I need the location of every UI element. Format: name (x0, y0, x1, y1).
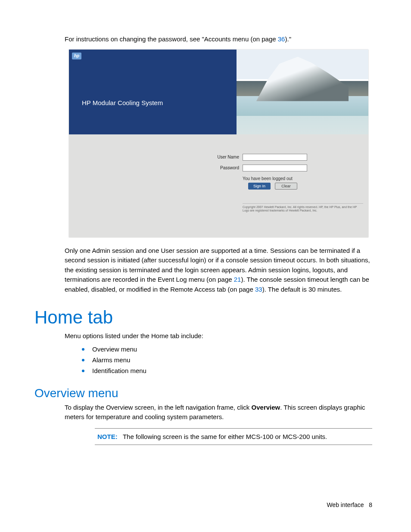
list-item: Alarms menu (82, 356, 372, 364)
username-input[interactable] (243, 154, 307, 161)
page-ref-33[interactable]: 33 (255, 286, 262, 293)
button-row: Sign In Clear (248, 183, 297, 190)
para-t3: ). The default is 30 minutes. (262, 286, 342, 293)
page-footer: Web interface 8 (327, 501, 372, 508)
note-text: The following screen is the same for eit… (123, 433, 327, 440)
product-title: HP Modular Cooling System (82, 99, 163, 106)
hero-left-panel: hp HP Modular Cooling System (69, 50, 237, 134)
home-intro: Menu options listed under the Home tab i… (65, 331, 372, 341)
page-ref-36[interactable]: 36 (278, 35, 285, 43)
copyright-text: Copyright 2007 Hewlett Packard, Inc. All… (243, 203, 363, 213)
overview-p1a: To display the Overview screen, in the l… (65, 404, 252, 411)
password-input[interactable] (243, 165, 307, 171)
hero-image (237, 50, 368, 134)
hero-banner: hp HP Modular Cooling System (69, 50, 368, 134)
password-row: Password (211, 165, 307, 171)
page-ref-21[interactable]: 21 (234, 276, 241, 283)
username-row: User Name (211, 154, 307, 161)
hp-logo-icon: hp (72, 53, 81, 59)
footer-label: Web interface (327, 501, 364, 508)
login-screenshot: hp HP Modular Cooling System User Name P… (69, 50, 368, 237)
footer-page: 8 (369, 501, 372, 508)
logout-status-message: You have been logged out (243, 176, 293, 181)
intro-paragraph: For instructions on changing the passwor… (65, 34, 372, 44)
mountain-graphic (256, 54, 349, 101)
overview-bold: Overview (252, 404, 280, 411)
intro-prefix: For instructions on changing the passwor… (65, 35, 278, 43)
username-label: User Name (211, 155, 239, 159)
clear-button[interactable]: Clear (275, 183, 297, 190)
note-block: NOTE: The following screen is the same f… (95, 428, 372, 445)
overview-heading: Overview menu (34, 386, 372, 400)
login-form-area: User Name Password You have been logged … (69, 134, 368, 237)
overview-paragraph: To display the Overview screen, in the l… (65, 403, 372, 422)
home-tab-heading: Home tab (34, 307, 372, 328)
session-paragraph: Only one Admin session and one User sess… (65, 246, 372, 295)
note-label: NOTE: (97, 433, 118, 440)
home-menu-list: Overview menu Alarms menu Identification… (82, 345, 372, 374)
list-item: Identification menu (82, 367, 372, 374)
password-label: Password (211, 165, 239, 170)
intro-suffix: )." (285, 35, 291, 43)
signin-button[interactable]: Sign In (248, 183, 271, 190)
list-item: Overview menu (82, 345, 372, 353)
